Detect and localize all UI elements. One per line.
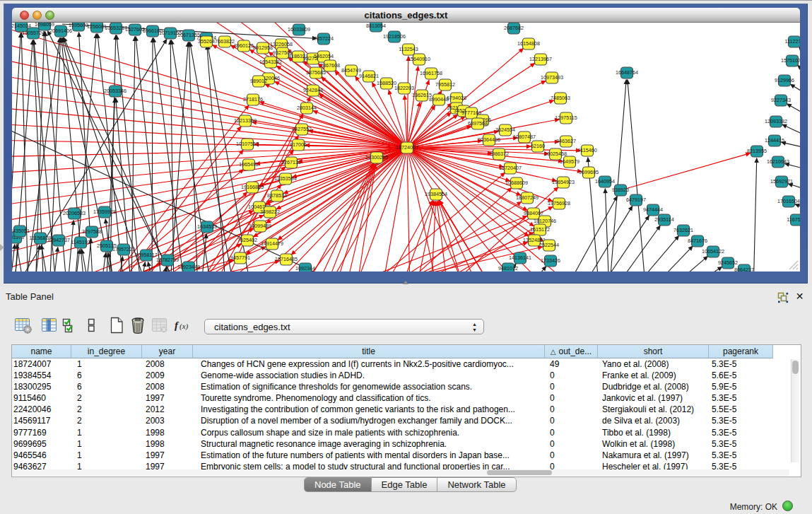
graph-node-7632621[interactable]: 7632621 [673,225,693,236]
network-window-titlebar[interactable]: citations_edges.txt [12,8,800,23]
graph-node-10107553[interactable]: 10107553 [236,139,259,150]
graph-edge-selected[interactable] [291,148,407,255]
graph-node-9481012[interactable]: 9481012 [498,263,518,271]
cell-in_degree[interactable]: 2 [71,392,142,404]
graph-node-9474444[interactable]: 9474444 [643,204,663,216]
graph-node-7986372[interactable]: 7986372 [489,148,509,160]
cell-pagerank[interactable]: 5.9E-5 [709,381,773,392]
graph-edge[interactable] [753,158,757,271]
graph-node-16033809[interactable]: 16033809 [288,24,310,35]
table-row[interactable]: 911546021997Tourette syndrome. Phenomeno… [12,392,773,404]
graph-node-16961758[interactable]: 16961758 [420,68,442,79]
splitter-handle-icon[interactable] [403,281,408,284]
graph-edge[interactable] [564,196,617,271]
graph-node-8427552[interactable]: 8427552 [292,124,312,135]
cell-pagerank[interactable]: 5.3E-5 [709,427,773,438]
cell-out_de[interactable]: 0 [545,381,598,392]
cell-year[interactable]: 2008 [142,358,193,370]
graph-node-10688609[interactable]: 10688609 [505,177,528,189]
graph-edge[interactable] [47,30,180,271]
cell-short[interactable]: Tibbo et al. (1998) [598,427,709,438]
show-column-button[interactable] [39,314,60,337]
cell-name[interactable]: 9777169 [12,427,71,438]
graph-node-1145193[interactable]: 1145193 [71,237,90,248]
cell-title[interactable]: Structural magnetic resonance image aver… [193,438,545,450]
table-row[interactable]: 1830029562008Estimation of significance … [12,381,773,392]
graph-node-1822203[interactable]: 1822203 [394,83,414,94]
cell-title[interactable]: Tourette syndrome. Phenomenology and cla… [193,392,545,404]
graph-node-12213369[interactable]: 12213369 [234,115,257,127]
graph-node-9146821[interactable]: 9146821 [359,71,379,82]
graph-edge[interactable] [170,42,188,271]
cell-in_degree[interactable]: 1 [71,358,142,370]
cell-name[interactable]: 9699695 [12,438,71,450]
graph-edge[interactable] [665,256,708,271]
graph-node-938923[interactable]: 938923 [612,185,629,196]
cell-in_degree[interactable]: 2 [71,404,142,415]
graph-edge[interactable] [153,37,185,271]
cell-short[interactable]: Stergiakouli et al. (2012) [598,404,709,415]
graph-node-7857224[interactable]: 7857224 [314,33,334,45]
table-row[interactable]: 1872400712008Changes of HCN gene express… [12,358,773,370]
graph-edge[interactable] [628,79,646,271]
graph-node-11353594[interactable]: 11353594 [274,173,296,185]
graph-node-7485063[interactable]: 7485063 [551,93,570,104]
horizontal-scrollbar-thumb[interactable] [487,470,552,475]
network-canvas[interactable]: 2145034140557241098059206914061595603125… [12,23,800,271]
cell-year[interactable]: 2003 [142,415,193,426]
graph-edge[interactable] [605,188,609,271]
graph-node-19654923[interactable]: 19654923 [552,177,575,188]
import-table-button[interactable] [149,314,170,337]
column-header-pagerank[interactable]: pagerank [709,345,773,358]
graph-node-1733426[interactable]: 1733426 [541,255,560,267]
cell-pagerank[interactable]: 5.3E-5 [709,392,773,404]
cell-in_degree[interactable]: 1 [71,438,142,450]
graph-node-1167534[interactable]: 1167534 [787,214,800,226]
graph-edge[interactable] [609,79,626,271]
table-selector-dropdown[interactable]: citations_edges.txt ▲▼ [204,319,484,334]
graph-edge[interactable] [682,267,722,271]
delete-column-button[interactable] [127,314,148,337]
graph-node-1112276[interactable]: 1112276 [785,36,800,47]
graph-node-2087682[interactable]: 2087682 [504,23,524,34]
cell-year[interactable]: 2009 [142,370,193,381]
cell-year[interactable]: 2012 [142,404,193,415]
table-row[interactable]: 1938455462009Genome-wide association stu… [12,370,773,381]
column-header-in_degree[interactable]: in_degree [71,345,142,358]
table-options-button[interactable] [13,314,34,337]
graph-edge-selected[interactable] [407,66,418,148]
graph-node-1640954[interactable]: 1640954 [595,176,615,187]
graph-node-12975115[interactable]: 12975115 [555,112,577,124]
cell-pagerank[interactable]: 5.5E-5 [709,404,773,415]
graph-edge[interactable] [782,124,800,136]
cell-in_degree[interactable]: 1 [71,427,142,438]
cell-year[interactable]: 1998 [142,438,193,450]
graph-node-2803144[interactable]: 2803144 [297,103,317,114]
cell-title[interactable]: Genome-wide association studies in ADHD. [193,370,545,381]
column-header-name[interactable]: name [12,345,71,358]
cell-pagerank[interactable]: 5.3E-5 [709,358,773,370]
cell-title[interactable]: Estimation of the future numbers of pati… [193,450,545,461]
graph-node-9115460[interactable]: 9115460 [577,145,596,156]
graph-edge-selected[interactable] [620,153,751,190]
table-row[interactable]: 946554611997Estimation of the future num… [12,450,773,461]
graph-edge[interactable] [630,235,679,271]
graph-node-9463627[interactable]: 9463627 [556,136,576,147]
cell-name[interactable]: 18300295 [12,381,71,392]
cell-pagerank[interactable]: 5.3E-5 [709,415,773,426]
horizontal-scrollbar[interactable] [12,469,789,476]
row-height-button[interactable] [81,314,102,337]
graph-edge[interactable] [799,47,800,54]
graph-node-17016504[interactable]: 17016504 [777,196,800,207]
graph-edge[interactable] [67,220,73,271]
graph-node-10958117[interactable]: 10958117 [135,250,157,261]
graph-node-8990448[interactable]: 8990448 [429,94,449,105]
graph-node-8454749[interactable]: 8454749 [341,65,361,76]
float-panel-button[interactable] [777,292,788,303]
cell-out_de[interactable]: 49 [545,358,598,370]
graph-node-355264[interactable]: 355264 [198,36,215,47]
cell-pagerank[interactable]: 5.6E-5 [709,370,773,381]
graph-node-10653287[interactable]: 10653287 [105,23,127,34]
cell-out_de[interactable]: 0 [545,415,598,426]
graph-edge-selected[interactable] [313,110,407,148]
